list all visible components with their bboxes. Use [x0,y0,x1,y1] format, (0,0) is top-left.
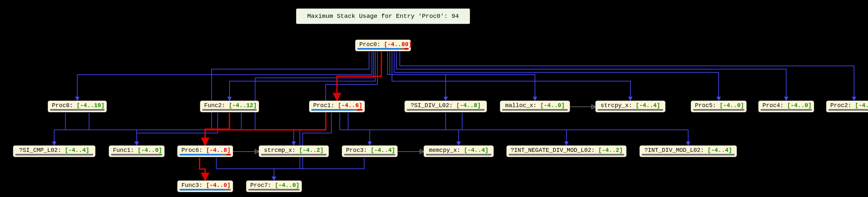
edge-Proc0-Proc1 [337,52,381,101]
node-strcpyx[interactable]: strcpy_x: [-4..4] [595,101,665,112]
node-label: Proc5: [695,102,720,109]
node-bar [344,154,395,156]
node-range: [-4..0] [855,102,868,109]
node-label: malloc_x: [505,102,540,109]
node-Proc3[interactable]: Proc3: [-4..4] [342,145,398,157]
node-range: [-4..12] [229,102,257,109]
edge-Proc1-memcpyx [348,113,459,145]
node-label: ?SI_DIV_L02: [411,102,456,109]
node-range: [-4..4] [464,147,489,154]
edge-Proc0-strcpyx [392,52,630,101]
edge-Proc1-Proc6 [205,113,326,145]
edge-Proc0-SIDIV [388,52,446,101]
node-bar [311,109,363,111]
node-label: Proc7: [250,182,275,189]
node-label: Func3: [182,182,206,189]
title-box: Maximum Stack Usage for Entry 'Proc0': 9… [296,8,470,24]
node-range: [-4..2] [299,147,323,154]
node-range: [-4..4] [707,147,732,154]
edge-Proc0-mallocx [390,52,535,101]
node-range: [-4..0] [787,102,812,109]
node-bar [248,189,300,191]
node-label: Func1: [113,147,137,154]
edge-Proc6-Proc7 [216,158,274,180]
node-Proc7[interactable]: Proc7: [-4..0] [246,180,302,192]
node-SICMP[interactable]: ?SI_CMP_L02: [-4..4] [13,145,95,157]
edge-Proc0-Func2 [229,52,375,101]
node-bar [202,109,257,111]
node-label: ?INT_NEGATE_DIV_MOD_L02: [510,147,598,154]
node-bar [111,154,162,156]
edge-Proc8-Func1 [89,113,137,145]
node-range: [-4..0] [720,102,744,109]
node-Proc5[interactable]: Proc5: [-4..0] [691,101,747,112]
node-bar [502,109,568,111]
node-Proc2[interactable]: Proc2: [-4..0] [826,101,868,112]
edge-SIDIV-INTNEG [446,113,566,145]
node-INTNEG[interactable]: ?INT_NEGATE_DIV_MOD_L02: [-4..2] [506,145,626,157]
node-range: [-4..4] [636,102,660,109]
edge-Proc3-Proc7 [274,158,364,180]
node-label: Proc8: [52,102,76,109]
node-mallocx[interactable]: malloc_x: [-4..0] [500,101,570,112]
node-range: [-4..8] [456,102,481,109]
node-label: memcpy_x: [429,147,464,154]
node-SIDIV[interactable]: ?SI_DIV_L02: [-4..8] [404,101,487,112]
node-label: strcpy_x: [600,102,636,109]
node-range: [-4..10] [76,102,104,109]
node-range: [-4..0] [206,182,231,189]
edge-Proc0-SICMP [54,52,369,145]
node-label: Proc2: [830,102,855,109]
node-bar [693,109,744,111]
edge-Proc0-Func1 [137,52,374,145]
node-range: [-4..4] [65,147,89,154]
node-range: [-4..0] [540,102,565,109]
node-bar [180,154,231,156]
node-INTDIV[interactable]: ?INT_DIV_MOD_L02: [-4..4] [640,145,737,157]
edge-Proc8-SICMP [54,113,66,145]
node-label: Proc0: [359,41,384,48]
node-bar [426,154,492,156]
node-bar [15,154,93,156]
node-label: Proc1: [313,102,338,109]
node-range: [-4..80] [384,41,412,48]
node-range: [-4..0] [275,182,300,189]
node-Func2[interactable]: Func2: [-4..12] [200,101,259,112]
node-label: Func2: [204,102,229,109]
edge-Proc0-Proc8 [77,52,372,101]
node-bar [358,48,409,50]
node-label: ?SI_CMP_L02: [19,147,65,154]
node-bar [180,189,231,191]
node-range: [-4..6] [338,102,363,109]
edge-SIDIV-INTDIV [462,113,688,145]
node-Func3[interactable]: Func3: [-4..0] [177,180,233,192]
edge-Proc0-Proc2 [400,52,854,101]
node-bar [761,109,812,111]
node-label: Proc3: [346,147,371,154]
node-Proc4[interactable]: Proc4: [-4..0] [758,101,814,112]
node-Proc8[interactable]: Proc8: [-4..10] [48,101,107,112]
node-strcmpx[interactable]: strcmp_x: [-4..2] [259,145,329,157]
node-bar [261,154,327,156]
node-memcpyx[interactable]: memcpy_x: [-4..4] [424,145,494,157]
node-label: Proc4: [763,102,787,109]
node-label: Proc6: [182,147,206,154]
edge-Func2-strcmpx [241,113,294,145]
node-bar [598,109,663,111]
node-Proc0[interactable]: Proc0: [-4..80] [355,40,411,51]
edge-Proc0-Proc5 [394,52,719,101]
node-range: [-4..4] [371,147,395,154]
title-text: Maximum Stack Usage for Entry 'Proc0': 9… [307,13,459,20]
edge-Proc0-Proc7 [274,52,377,180]
node-range: [-4..2] [598,147,623,154]
node-bar [828,109,868,111]
node-Proc6[interactable]: Proc6: [-4..8] [177,145,233,157]
node-range: [-4..0] [137,147,162,154]
edge-Func2-Proc6 [205,113,229,145]
edge-Func2-Func1 [137,113,218,145]
edge-Proc6-Func3 [199,158,205,180]
node-range: [-4..8] [206,147,231,154]
edge-Proc0-Proc4 [396,52,786,101]
node-Func1[interactable]: Func1: [-4..0] [109,145,164,157]
node-Proc1[interactable]: Proc1: [-4..6] [309,101,365,112]
